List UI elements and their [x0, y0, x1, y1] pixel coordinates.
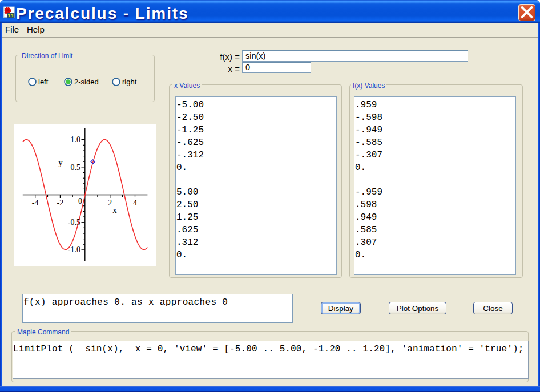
- svg-text:0.5: 0.5: [71, 163, 81, 172]
- svg-text:y: y: [58, 158, 63, 167]
- svg-text:1.0: 1.0: [71, 135, 81, 144]
- svg-text:x: x: [112, 205, 117, 215]
- svg-text:4: 4: [133, 199, 137, 207]
- svg-text:-2: -2: [57, 199, 64, 207]
- svg-text:-4: -4: [32, 199, 39, 207]
- svg-text:11: 11: [7, 13, 14, 18]
- svg-text:2: 2: [108, 199, 112, 207]
- svg-text:0: 0: [78, 197, 82, 205]
